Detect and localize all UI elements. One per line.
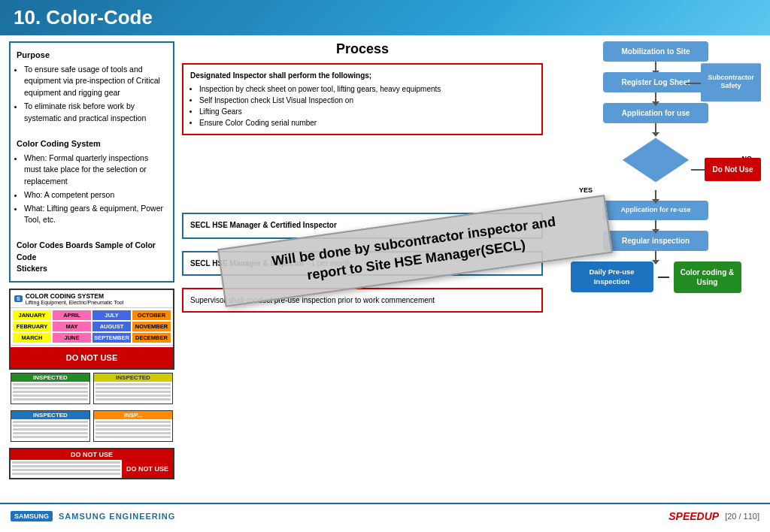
- arrow-2: [655, 92, 656, 103]
- flow-subcontractor-safety: Subcontractor Safety: [701, 63, 761, 101]
- flow-row-register: Register Log Sheet Subcontractor Safety: [550, 72, 761, 92]
- sticker-orange-label: INSP...: [94, 411, 172, 419]
- do-not-use-board: DO NOT USE: [11, 347, 173, 368]
- samsung-logo-footer: SAMSUNG: [11, 511, 53, 521]
- month-may: MAY: [53, 322, 91, 331]
- boards-label: Color Codes Boards Sample of Color Code: [17, 240, 167, 264]
- arrow-4: [655, 190, 656, 201]
- process-box-1-b2: Self Inspection check List Visual Inspec…: [199, 95, 535, 106]
- do-not-use-sticker-lines: [11, 460, 122, 478]
- do-not-use-sticker-header: DO NOT USE: [11, 449, 173, 460]
- arrow-5: [655, 220, 656, 231]
- connector-h-subcontractor: [686, 83, 701, 84]
- purpose-bullet-1: To ensure safe usage of tools and equipm…: [24, 64, 167, 99]
- flow-row-bottom: Daily Pre-use Inspection Color coding & …: [571, 261, 741, 293]
- do-not-use-red-label: DO NOT USE: [122, 460, 173, 478]
- sticker-samples-top: INSPECTED INSPECTED: [9, 370, 174, 407]
- right-panel: Mobilization to Site Register Log Sheet …: [550, 41, 761, 497]
- coding-bullet-3: What: Lifting gears & equipment, Power T…: [24, 203, 167, 227]
- purpose-bullet-2: To eliminate risk before work by systema…: [24, 101, 167, 125]
- stickers-label: Stickers: [17, 263, 167, 275]
- diamond-yes-label: YES: [579, 186, 593, 194]
- flow-step-daily: Daily Pre-use Inspection: [571, 261, 653, 292]
- flow-step-regular: Regular inspection: [603, 231, 708, 251]
- arrow-3: [655, 123, 656, 134]
- coding-bullets: When: Formal quarterly inspections must …: [17, 153, 167, 227]
- page-header: 10. Color-Code: [0, 0, 770, 35]
- flow-step-application: Application for use: [603, 103, 708, 123]
- month-march: MARCH: [13, 333, 51, 343]
- board-title-2: Lifting Equipment, Electric/Pneumatic To…: [26, 300, 124, 305]
- coding-bullet-1: When: Formal quarterly inspections must …: [24, 153, 167, 188]
- flow-step-mobilization: Mobilization to Site: [603, 41, 708, 62]
- month-january: JANUARY: [13, 310, 51, 320]
- purpose-box: Purpose To ensure safe usage of tools an…: [9, 41, 174, 283]
- coding-title: Color Coding System: [17, 138, 167, 150]
- months-grid: JANUARY APRIL JULY OCTOBER FEBRUARY MAY …: [11, 308, 173, 346]
- page-number: [20 / 110]: [725, 512, 759, 521]
- purpose-bullets: To ensure safe usage of tools and equipm…: [17, 64, 167, 125]
- svg-marker-0: [622, 138, 690, 183]
- no-line: [691, 169, 705, 171]
- process-box-1-bullets: Inspection by check sheet on power tool,…: [190, 83, 535, 128]
- footer-left: SAMSUNG SAMSUNG ENGINEERING: [11, 511, 175, 521]
- speedup-up: UP: [705, 510, 719, 522]
- sticker-blue-label: INSPECTED: [11, 411, 89, 419]
- purpose-title: Purpose: [17, 49, 167, 62]
- page-title: 10. Color-Code: [14, 6, 153, 29]
- month-june: JUNE: [53, 333, 91, 343]
- month-november: NOVEMBER: [132, 322, 171, 331]
- coding-bullet-2: Who: A competent person: [24, 189, 167, 201]
- month-december: DECEMBER: [132, 333, 171, 343]
- sticker-orange-lines: [94, 419, 172, 441]
- month-february: FEBRUARY: [13, 322, 51, 331]
- page-footer: SAMSUNG SAMSUNG ENGINEERING SPEEDUP [20 …: [0, 503, 770, 528]
- month-august: AUGUST: [92, 322, 131, 331]
- flow-step-color-coding: Color coding & Using: [674, 261, 741, 293]
- samsung-logo-board: S: [14, 295, 23, 302]
- process-box-1-title: Designated Inspector shall perform the f…: [190, 70, 535, 81]
- color-coding-board: S COLOR CODING SYSTEM Lifting Equipment,…: [9, 289, 174, 370]
- board-header: S COLOR CODING SYSTEM Lifting Equipment,…: [11, 290, 173, 308]
- do-not-use-sticker-box: DO NOT USE DO NOT USE: [9, 448, 174, 479]
- left-panel: Purpose To ensure safe usage of tools an…: [9, 41, 174, 497]
- month-september: SEPTEMBER: [92, 333, 131, 343]
- sticker-yellow-lines: [94, 382, 172, 404]
- arrow-1: [655, 62, 656, 72]
- sticker-green-lines: [11, 382, 89, 404]
- flow-diamond-container: YES NO Do Not Use: [550, 134, 761, 190]
- process-title: Process: [182, 41, 543, 57]
- flow-do-not-use: Do Not Use: [705, 158, 761, 181]
- process-box-1: Designated Inspector shall perform the f…: [182, 63, 543, 135]
- sticker-blue-lines: [11, 419, 89, 441]
- do-not-use-sticker-body: DO NOT USE: [11, 460, 173, 478]
- process-box-1-b1: Inspection by check sheet on power tool,…: [199, 83, 535, 95]
- no-connector: Do Not Use: [691, 158, 761, 181]
- speedup-text: SPEED: [668, 510, 704, 522]
- month-july: JULY: [92, 310, 131, 320]
- sticker-orange: INSP...: [93, 410, 173, 442]
- footer-right: SPEEDUP [20 / 110]: [668, 510, 759, 522]
- arrow-6: [655, 251, 656, 261]
- sticker-yellow-label: INSPECTED: [94, 373, 172, 382]
- sticker-green: INSPECTED: [11, 373, 90, 404]
- sticker-samples-mid: INSPECTED INSP...: [9, 407, 174, 445]
- bottom-connector: [658, 277, 669, 278]
- footer-company: SAMSUNG ENGINEERING: [59, 512, 175, 521]
- sticker-blue: INSPECTED: [11, 410, 90, 442]
- sticker-green-label: INSPECTED: [11, 373, 89, 382]
- speedup-logo: SPEEDUP: [668, 510, 719, 522]
- main-content: Purpose To ensure safe usage of tools an…: [0, 35, 770, 503]
- process-box-1-b3: Lifting Gears: [199, 106, 535, 117]
- board-title-1: COLOR CODING SYSTEM: [26, 292, 124, 300]
- decision-diamond: [618, 134, 693, 186]
- middle-panel: Process Designated Inspector shall perfo…: [182, 41, 543, 497]
- sticker-yellow: INSPECTED: [93, 373, 173, 404]
- process-box-1-b4: Ensure Color Coding serial number: [199, 117, 535, 128]
- month-april: APRIL: [53, 310, 91, 320]
- month-october: OCTOBER: [132, 310, 171, 320]
